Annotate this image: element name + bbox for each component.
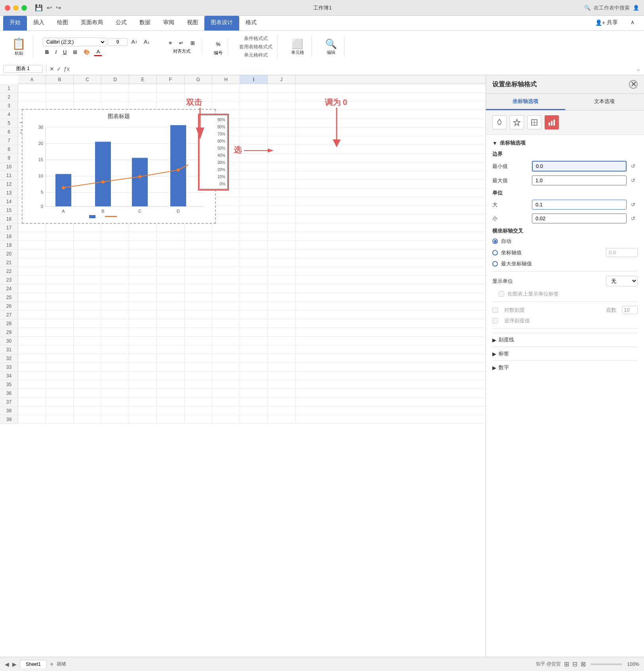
cell[interactable] bbox=[268, 93, 295, 101]
cell[interactable] bbox=[101, 84, 129, 92]
cell[interactable] bbox=[212, 250, 240, 258]
cell[interactable] bbox=[185, 267, 212, 275]
cell[interactable] bbox=[212, 389, 240, 397]
cell[interactable] bbox=[268, 319, 295, 328]
cancel-formula-icon[interactable]: ✕ bbox=[50, 66, 54, 72]
cell[interactable] bbox=[46, 276, 74, 284]
cell[interactable] bbox=[101, 284, 129, 293]
cell[interactable] bbox=[129, 415, 157, 423]
cell[interactable] bbox=[240, 206, 268, 214]
fill-icon-btn[interactable] bbox=[492, 115, 507, 130]
tab-chart-design[interactable]: 图表设计 bbox=[204, 16, 239, 30]
cell[interactable] bbox=[74, 284, 101, 293]
cell[interactable] bbox=[101, 380, 129, 389]
share-button[interactable]: 👤+ 共享 bbox=[589, 16, 624, 30]
cell[interactable] bbox=[268, 162, 295, 171]
cell[interactable] bbox=[18, 380, 46, 389]
cell[interactable] bbox=[240, 110, 268, 118]
collapse-ribbon[interactable]: ∧ bbox=[624, 16, 641, 30]
nav-left-btn[interactable]: ◀ bbox=[5, 661, 9, 667]
cell[interactable] bbox=[268, 406, 295, 415]
cell[interactable] bbox=[157, 406, 185, 415]
cell[interactable] bbox=[74, 293, 101, 301]
cell[interactable] bbox=[74, 241, 101, 249]
bold-button[interactable]: B bbox=[43, 48, 51, 56]
cell[interactable] bbox=[18, 398, 46, 406]
cell[interactable] bbox=[268, 223, 295, 232]
cell[interactable] bbox=[268, 180, 295, 188]
major-reset-btn[interactable]: ↺ bbox=[628, 200, 638, 210]
cell[interactable] bbox=[46, 415, 74, 423]
minimize-button[interactable] bbox=[13, 5, 19, 11]
tab-view[interactable]: 视图 bbox=[181, 16, 204, 30]
font-size-input[interactable] bbox=[108, 38, 128, 46]
cell[interactable] bbox=[129, 328, 157, 336]
zoom-slider[interactable] bbox=[591, 663, 622, 665]
cell[interactable] bbox=[46, 354, 74, 362]
cell[interactable] bbox=[157, 276, 185, 284]
cell[interactable] bbox=[157, 380, 185, 389]
cell[interactable] bbox=[212, 380, 240, 389]
font-size-down[interactable]: A↓ bbox=[141, 38, 152, 46]
cell[interactable] bbox=[74, 232, 101, 240]
search-icon[interactable]: 🔍 bbox=[584, 5, 591, 11]
major-value-input[interactable] bbox=[532, 200, 627, 210]
cell[interactable] bbox=[74, 328, 101, 336]
cond-fmt-btn[interactable]: 条件格式式 bbox=[244, 35, 268, 42]
cell[interactable] bbox=[157, 101, 185, 110]
fill-color-button[interactable]: 🎨 bbox=[81, 48, 92, 56]
cell[interactable] bbox=[268, 337, 295, 345]
cell[interactable] bbox=[18, 84, 46, 92]
cell[interactable] bbox=[18, 363, 46, 371]
cell[interactable] bbox=[18, 311, 46, 319]
cell[interactable] bbox=[185, 354, 212, 362]
cell[interactable] bbox=[157, 372, 185, 380]
cell[interactable] bbox=[46, 337, 74, 345]
cell[interactable] bbox=[240, 415, 268, 423]
cell[interactable] bbox=[240, 180, 268, 188]
cell[interactable] bbox=[129, 345, 157, 354]
cell[interactable] bbox=[240, 276, 268, 284]
cell[interactable] bbox=[212, 267, 240, 275]
cell[interactable] bbox=[268, 415, 295, 423]
cell[interactable] bbox=[74, 319, 101, 328]
log-scale-checkbox[interactable] bbox=[492, 307, 498, 313]
cell[interactable] bbox=[185, 363, 212, 371]
cell[interactable] bbox=[185, 241, 212, 249]
cell[interactable] bbox=[240, 389, 268, 397]
cell[interactable] bbox=[240, 293, 268, 301]
cell[interactable] bbox=[101, 232, 129, 240]
nav-right-btn[interactable]: ▶ bbox=[12, 661, 17, 667]
underline-button[interactable]: U bbox=[61, 48, 69, 56]
cell[interactable] bbox=[240, 258, 268, 267]
add-sheet-btn[interactable]: + bbox=[50, 661, 53, 668]
page-break-btn[interactable]: ⊠ bbox=[581, 660, 586, 668]
cell[interactable] bbox=[240, 337, 268, 345]
cell[interactable] bbox=[157, 267, 185, 275]
cell[interactable] bbox=[74, 223, 101, 232]
cell[interactable] bbox=[240, 84, 268, 92]
cell[interactable] bbox=[240, 354, 268, 362]
cell[interactable] bbox=[268, 136, 295, 145]
cell[interactable] bbox=[268, 258, 295, 267]
font-size-up[interactable]: A↑ bbox=[129, 38, 140, 46]
tab-draw[interactable]: 绘图 bbox=[51, 16, 74, 30]
cell[interactable] bbox=[268, 250, 295, 258]
cell[interactable] bbox=[185, 337, 212, 345]
cell[interactable] bbox=[129, 276, 157, 284]
cell[interactable] bbox=[129, 84, 157, 92]
show-unit-checkbox[interactable] bbox=[499, 291, 504, 297]
cell[interactable] bbox=[18, 302, 46, 310]
cell[interactable] bbox=[268, 380, 295, 389]
cell[interactable] bbox=[101, 267, 129, 275]
cell[interactable] bbox=[46, 398, 74, 406]
cell[interactable] bbox=[212, 363, 240, 371]
cell[interactable] bbox=[212, 415, 240, 423]
cell[interactable] bbox=[185, 250, 212, 258]
cell[interactable] bbox=[268, 389, 295, 397]
merge-btn[interactable]: ⊞ bbox=[188, 39, 197, 47]
cell[interactable] bbox=[74, 380, 101, 389]
cell[interactable] bbox=[240, 136, 268, 145]
cell[interactable] bbox=[240, 128, 268, 136]
cell[interactable] bbox=[18, 223, 46, 232]
